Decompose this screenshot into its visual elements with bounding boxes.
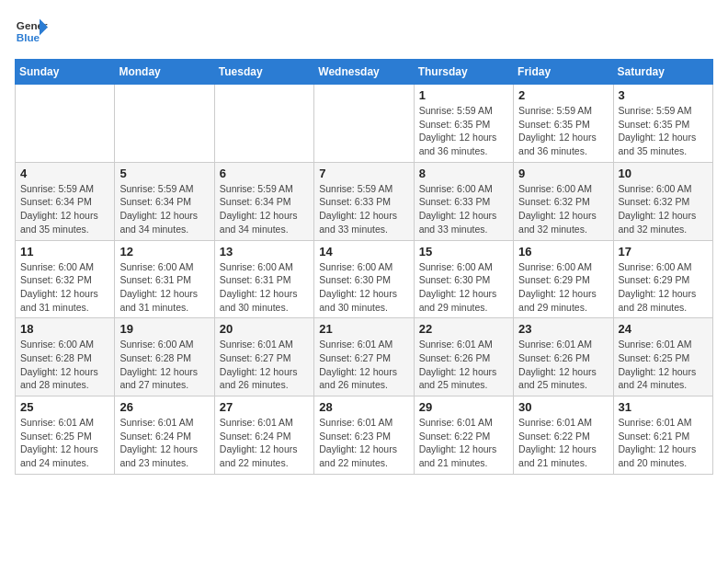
calendar-cell: 8Sunrise: 6:00 AM Sunset: 6:33 PM Daylig… <box>414 162 513 240</box>
calendar-cell <box>16 85 115 163</box>
calendar-cell: 23Sunrise: 6:01 AM Sunset: 6:26 PM Dayli… <box>514 318 613 396</box>
calendar-cell: 28Sunrise: 6:01 AM Sunset: 6:23 PM Dayli… <box>314 396 414 475</box>
calendar-cell: 25Sunrise: 6:01 AM Sunset: 6:25 PM Dayli… <box>16 396 115 475</box>
day-number: 7 <box>319 167 408 180</box>
day-number: 18 <box>20 322 109 336</box>
calendar-table: SundayMondayTuesdayWednesdayThursdayFrid… <box>15 59 713 475</box>
calendar-cell: 14Sunrise: 6:00 AM Sunset: 6:30 PM Dayli… <box>314 240 414 318</box>
day-number: 2 <box>518 88 608 102</box>
logo-icon: General Blue <box>15 15 48 48</box>
calendar-week-row: 18Sunrise: 6:00 AM Sunset: 6:28 PM Dayli… <box>16 318 713 396</box>
calendar-week-row: 4Sunrise: 5:59 AM Sunset: 6:34 PM Daylig… <box>16 162 713 240</box>
day-number: 23 <box>518 322 608 336</box>
day-info: Sunrise: 6:01 AM Sunset: 6:25 PM Dayligh… <box>619 338 708 392</box>
day-info: Sunrise: 6:01 AM Sunset: 6:24 PM Dayligh… <box>220 416 309 470</box>
calendar-cell <box>314 85 414 163</box>
day-number: 24 <box>619 322 708 336</box>
day-number: 8 <box>419 167 508 180</box>
day-info: Sunrise: 6:00 AM Sunset: 6:30 PM Dayligh… <box>419 260 508 315</box>
calendar-cell: 18Sunrise: 6:00 AM Sunset: 6:28 PM Dayli… <box>16 318 115 396</box>
day-info: Sunrise: 6:00 AM Sunset: 6:29 PM Dayligh… <box>619 260 708 315</box>
calendar-cell: 22Sunrise: 6:01 AM Sunset: 6:26 PM Dayli… <box>414 318 513 396</box>
day-number: 17 <box>619 245 708 259</box>
day-info: Sunrise: 5:59 AM Sunset: 6:35 PM Dayligh… <box>419 104 508 158</box>
day-number: 30 <box>518 400 608 414</box>
calendar-cell: 31Sunrise: 6:01 AM Sunset: 6:21 PM Dayli… <box>613 396 712 475</box>
day-number: 11 <box>20 245 109 259</box>
day-number: 26 <box>119 400 209 414</box>
calendar-header-thursday: Thursday <box>414 60 513 85</box>
calendar-cell: 3Sunrise: 5:59 AM Sunset: 6:35 PM Daylig… <box>613 85 712 163</box>
calendar-body: 1Sunrise: 5:59 AM Sunset: 6:35 PM Daylig… <box>16 85 713 475</box>
calendar-cell: 6Sunrise: 5:59 AM Sunset: 6:34 PM Daylig… <box>214 162 313 240</box>
day-number: 9 <box>518 167 608 180</box>
calendar-cell <box>214 85 313 163</box>
svg-text:Blue: Blue <box>17 31 40 43</box>
calendar-header-friday: Friday <box>514 60 613 85</box>
day-info: Sunrise: 6:00 AM Sunset: 6:33 PM Dayligh… <box>419 182 508 236</box>
day-info: Sunrise: 6:01 AM Sunset: 6:26 PM Dayligh… <box>419 338 508 392</box>
day-number: 4 <box>20 167 109 180</box>
day-info: Sunrise: 5:59 AM Sunset: 6:35 PM Dayligh… <box>619 104 708 158</box>
calendar-cell: 30Sunrise: 6:01 AM Sunset: 6:22 PM Dayli… <box>514 396 613 475</box>
logo: General Blue <box>15 15 48 48</box>
day-number: 13 <box>220 245 309 259</box>
day-number: 6 <box>220 167 309 180</box>
calendar-header-tuesday: Tuesday <box>214 60 313 85</box>
day-info: Sunrise: 6:00 AM Sunset: 6:32 PM Dayligh… <box>619 182 708 236</box>
day-info: Sunrise: 6:00 AM Sunset: 6:32 PM Dayligh… <box>20 260 109 315</box>
day-info: Sunrise: 6:00 AM Sunset: 6:28 PM Dayligh… <box>119 338 209 392</box>
calendar-week-row: 25Sunrise: 6:01 AM Sunset: 6:25 PM Dayli… <box>16 396 713 475</box>
day-info: Sunrise: 6:00 AM Sunset: 6:32 PM Dayligh… <box>518 182 608 236</box>
calendar-header-sunday: Sunday <box>16 60 115 85</box>
day-number: 5 <box>119 167 209 180</box>
header: General Blue <box>15 15 713 48</box>
day-info: Sunrise: 6:01 AM Sunset: 6:21 PM Dayligh… <box>619 416 708 470</box>
day-info: Sunrise: 5:59 AM Sunset: 6:33 PM Dayligh… <box>319 182 408 236</box>
calendar-cell: 27Sunrise: 6:01 AM Sunset: 6:24 PM Dayli… <box>214 396 313 475</box>
day-info: Sunrise: 6:01 AM Sunset: 6:22 PM Dayligh… <box>419 416 508 470</box>
calendar-header-row: SundayMondayTuesdayWednesdayThursdayFrid… <box>16 60 713 85</box>
calendar-cell: 13Sunrise: 6:00 AM Sunset: 6:31 PM Dayli… <box>214 240 313 318</box>
calendar-cell: 5Sunrise: 5:59 AM Sunset: 6:34 PM Daylig… <box>115 162 214 240</box>
calendar-cell: 2Sunrise: 5:59 AM Sunset: 6:35 PM Daylig… <box>514 85 613 163</box>
day-number: 25 <box>20 400 109 414</box>
calendar-header-saturday: Saturday <box>613 60 712 85</box>
day-info: Sunrise: 6:01 AM Sunset: 6:24 PM Dayligh… <box>119 416 209 470</box>
day-number: 31 <box>619 400 708 414</box>
calendar-cell: 7Sunrise: 5:59 AM Sunset: 6:33 PM Daylig… <box>314 162 414 240</box>
calendar-cell: 17Sunrise: 6:00 AM Sunset: 6:29 PM Dayli… <box>613 240 712 318</box>
day-info: Sunrise: 6:00 AM Sunset: 6:28 PM Dayligh… <box>20 338 109 392</box>
calendar-cell: 15Sunrise: 6:00 AM Sunset: 6:30 PM Dayli… <box>414 240 513 318</box>
day-number: 29 <box>419 400 508 414</box>
day-info: Sunrise: 6:00 AM Sunset: 6:30 PM Dayligh… <box>319 260 408 315</box>
day-number: 22 <box>419 322 508 336</box>
day-info: Sunrise: 6:01 AM Sunset: 6:27 PM Dayligh… <box>319 338 408 392</box>
day-info: Sunrise: 6:01 AM Sunset: 6:26 PM Dayligh… <box>518 338 608 392</box>
day-number: 3 <box>619 88 708 102</box>
day-number: 16 <box>518 245 608 259</box>
calendar-week-row: 1Sunrise: 5:59 AM Sunset: 6:35 PM Daylig… <box>16 85 713 163</box>
calendar-header-monday: Monday <box>115 60 214 85</box>
day-number: 1 <box>419 88 508 102</box>
calendar-cell: 1Sunrise: 5:59 AM Sunset: 6:35 PM Daylig… <box>414 85 513 163</box>
day-number: 27 <box>220 400 309 414</box>
calendar-header-wednesday: Wednesday <box>314 60 414 85</box>
calendar-cell: 12Sunrise: 6:00 AM Sunset: 6:31 PM Dayli… <box>115 240 214 318</box>
day-info: Sunrise: 6:01 AM Sunset: 6:25 PM Dayligh… <box>20 416 109 470</box>
calendar-cell: 4Sunrise: 5:59 AM Sunset: 6:34 PM Daylig… <box>16 162 115 240</box>
day-info: Sunrise: 6:00 AM Sunset: 6:31 PM Dayligh… <box>220 260 309 315</box>
calendar-cell: 11Sunrise: 6:00 AM Sunset: 6:32 PM Dayli… <box>16 240 115 318</box>
calendar-week-row: 11Sunrise: 6:00 AM Sunset: 6:32 PM Dayli… <box>16 240 713 318</box>
calendar-cell: 9Sunrise: 6:00 AM Sunset: 6:32 PM Daylig… <box>514 162 613 240</box>
day-number: 20 <box>220 322 309 336</box>
day-info: Sunrise: 6:01 AM Sunset: 6:27 PM Dayligh… <box>220 338 309 392</box>
day-info: Sunrise: 6:00 AM Sunset: 6:31 PM Dayligh… <box>119 260 209 315</box>
day-info: Sunrise: 5:59 AM Sunset: 6:34 PM Dayligh… <box>119 182 209 236</box>
day-info: Sunrise: 5:59 AM Sunset: 6:34 PM Dayligh… <box>220 182 309 236</box>
day-info: Sunrise: 5:59 AM Sunset: 6:34 PM Dayligh… <box>20 182 109 236</box>
calendar-cell: 24Sunrise: 6:01 AM Sunset: 6:25 PM Dayli… <box>613 318 712 396</box>
day-info: Sunrise: 5:59 AM Sunset: 6:35 PM Dayligh… <box>518 104 608 158</box>
calendar-cell: 19Sunrise: 6:00 AM Sunset: 6:28 PM Dayli… <box>115 318 214 396</box>
calendar-cell: 26Sunrise: 6:01 AM Sunset: 6:24 PM Dayli… <box>115 396 214 475</box>
